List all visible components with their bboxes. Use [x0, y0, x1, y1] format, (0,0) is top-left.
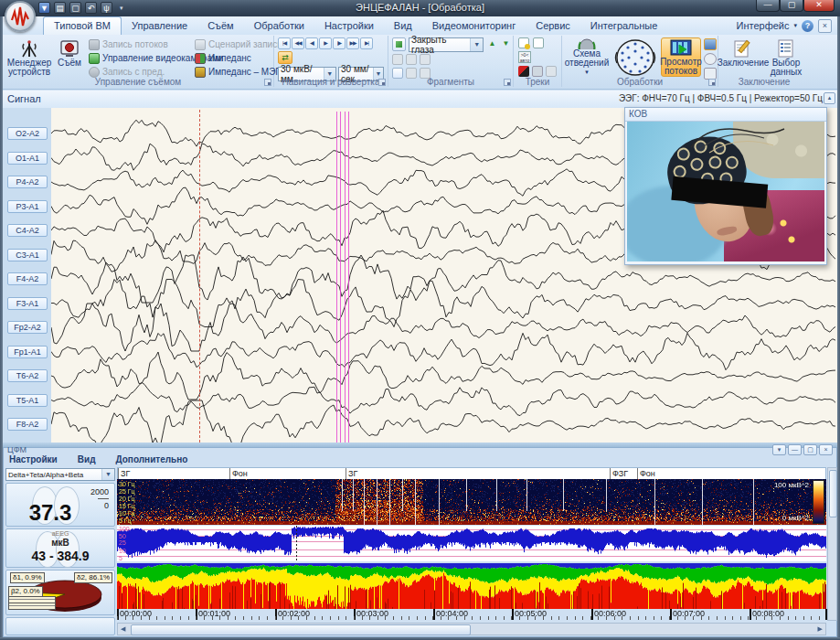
antenna-icon	[19, 38, 39, 59]
index-gauge-box: 2000 0 37.3	[5, 483, 115, 527]
nav-first-button[interactable]: |◀	[278, 37, 291, 49]
fragment-select[interactable]: Закрыть глаза ▼	[409, 37, 484, 52]
channel-button[interactable]: P3-A1	[7, 200, 48, 213]
nav-fast-back-button[interactable]: ◀◀	[292, 37, 304, 49]
dialog-launcher-icon[interactable]	[708, 79, 716, 86]
cfm-menu-chevron-icon[interactable]: ▾	[772, 444, 786, 455]
channel-button[interactable]: T5-A1	[7, 394, 48, 407]
vertical-scrollbar[interactable]	[827, 467, 837, 621]
aeeg-trend-canvas[interactable]	[117, 526, 826, 561]
channel-button[interactable]: T6-A2	[7, 369, 48, 382]
dialog-launcher-icon[interactable]	[378, 79, 386, 86]
cfm-menu-view[interactable]: Вид	[78, 454, 96, 467]
fragment-jump-buttons: ▲ ▼	[486, 37, 512, 50]
horizontal-scrollbar[interactable]: ◀ ▶	[117, 623, 826, 635]
tab-tipovoy-vm[interactable]: Типовой ВМ	[43, 16, 122, 35]
dialog-launcher-icon[interactable]	[504, 79, 511, 86]
filter-info: ЭЭГ: ФНЧ=70 Гц | ФВЧ=0.5 Гц | Режектор=5…	[619, 93, 823, 103]
close-button[interactable]: ✕	[803, 0, 835, 12]
group-label-tracks: Треки	[514, 77, 561, 87]
fragment-tool-icon[interactable]	[392, 54, 403, 65]
event-marker-row[interactable]: ЗГ Фон ЗГ ФЗГ Фон	[117, 467, 826, 479]
app-menu-button[interactable]	[5, 1, 36, 32]
device-manager-button[interactable]: Менеджер устройств	[5, 37, 53, 77]
data-select-button[interactable]: Выбор данных	[766, 37, 806, 77]
channel-button[interactable]: P4-A2	[7, 176, 48, 188]
tab-integralnye[interactable]: Интегральные	[580, 16, 668, 35]
scenario-icon	[195, 39, 206, 50]
channel-button[interactable]: F3-A1	[7, 297, 48, 310]
nav-back-button[interactable]: ◀|	[305, 37, 318, 49]
nav-fast-forward-button[interactable]: ▶▶	[346, 37, 359, 49]
rhythm-band-canvas[interactable]	[117, 563, 826, 609]
tab-syom[interactable]: Съём	[197, 16, 244, 35]
nav-buttons: |◀ ◀◀ ◀| ▶ |▶ ▶▶ ▶|	[278, 37, 374, 49]
ribbon-close-icon[interactable]: ×	[818, 19, 832, 33]
channel-button[interactable]: C3-A1	[7, 249, 48, 261]
mapping-icon[interactable]	[704, 53, 717, 65]
group-label-fragments: Фрагменты	[388, 77, 513, 87]
channel-button[interactable]: C4-A2	[7, 224, 48, 237]
tab-videomonitoring[interactable]: Видеомониторинг	[422, 16, 526, 35]
prev-fragment-icon[interactable]: ▲	[486, 37, 498, 50]
video-window[interactable]: КОВ	[624, 107, 827, 265]
fragment-tool-icon[interactable]	[406, 54, 417, 65]
interface-menu[interactable]: Интерфейс	[737, 20, 790, 31]
group-navigation: |◀ ◀◀ ◀| ▶ |▶ ▶▶ ▶| ⇄ 30 мкВ/мм ▼ 30 мм/…	[274, 36, 388, 87]
maximize-button[interactable]: ▢	[780, 0, 803, 12]
channel-button[interactable]: O1-A1	[7, 152, 48, 165]
cfm-mode-select[interactable]: Delta+Teta/Alpha+Beta ▼	[5, 468, 115, 481]
sync-scroll-toggle[interactable]: ⇄	[278, 51, 292, 64]
window-controls: — ▢ ✕	[756, 0, 835, 12]
scroll-right-icon[interactable]: ▶	[818, 624, 823, 634]
channel-button[interactable]: Fp1-A1	[7, 346, 48, 358]
index-scale-max: 2000	[90, 487, 109, 496]
auto-scale-icon[interactable]: >0<авто	[518, 51, 531, 63]
review-cursor-line[interactable]	[199, 110, 200, 443]
cfm-maximize-button[interactable]: ▢	[803, 444, 817, 455]
montage-scheme-button[interactable]: Схема отведений ▼	[565, 37, 609, 77]
video-window-header[interactable]: КОВ	[625, 108, 826, 122]
nav-play-button[interactable]: ▶	[319, 37, 332, 49]
scrollbar-thumb[interactable]	[829, 470, 837, 517]
trend-view-icon[interactable]	[704, 38, 717, 50]
montage-map-button[interactable]	[611, 37, 659, 77]
channel-button[interactable]: Fp2-A2	[7, 321, 48, 334]
cfm-close-button[interactable]: ×	[819, 444, 833, 455]
tab-vid[interactable]: Вид	[384, 16, 422, 35]
track-page-icon[interactable]	[533, 37, 544, 48]
tab-upravlenie[interactable]: Управление	[122, 16, 197, 35]
stream-view-button[interactable]: Просмотр потоков	[661, 37, 701, 77]
track-settings-icon[interactable]	[546, 66, 557, 77]
scroll-left-icon[interactable]: ◀	[121, 624, 125, 634]
channel-button[interactable]: O2-A2	[7, 127, 48, 140]
minimize-button[interactable]: —	[756, 0, 780, 12]
scenario-button[interactable]: Сценарий записи	[195, 38, 282, 50]
cfm-menu-extra[interactable]: Дополнительно	[115, 454, 187, 467]
nav-forward-button[interactable]: |▶	[333, 37, 346, 49]
nav-last-button[interactable]: ▶|	[360, 37, 373, 49]
cfm-menu-settings[interactable]: Настройки	[9, 454, 58, 467]
cfm-minimize-button[interactable]: —	[788, 444, 802, 455]
add-track-icon[interactable]	[518, 37, 529, 48]
sound-icon[interactable]	[532, 66, 543, 77]
record-streams-button[interactable]: Запись потоков	[89, 38, 168, 50]
scrollbar-thumb[interactable]	[131, 624, 471, 635]
help-icon[interactable]: ?	[802, 20, 813, 32]
channel-button[interactable]: F4-A2	[7, 272, 48, 285]
dialog-launcher-icon[interactable]	[264, 79, 271, 86]
acquire-button[interactable]: Съём	[54, 37, 85, 77]
aeeg-gauge-unit: мкВ	[6, 538, 114, 548]
tab-nastroyki[interactable]: Настройки	[314, 16, 384, 35]
report-button[interactable]: Заключение	[721, 37, 765, 77]
spectrogram-canvas[interactable]	[117, 479, 826, 525]
polarity-icon[interactable]	[518, 66, 529, 77]
channel-button[interactable]: F8-A2	[7, 418, 48, 431]
impedance-button[interactable]: Импеданс	[195, 52, 251, 64]
next-fragment-icon[interactable]: ▼	[500, 37, 512, 50]
fragment-tool-icon[interactable]	[420, 54, 431, 65]
tab-obrabotki[interactable]: Обработки	[244, 16, 314, 35]
signal-collapse-icon[interactable]: ▴	[824, 92, 835, 104]
new-fragment-icon[interactable]	[392, 37, 406, 51]
tab-servis[interactable]: Сервис	[526, 16, 580, 35]
